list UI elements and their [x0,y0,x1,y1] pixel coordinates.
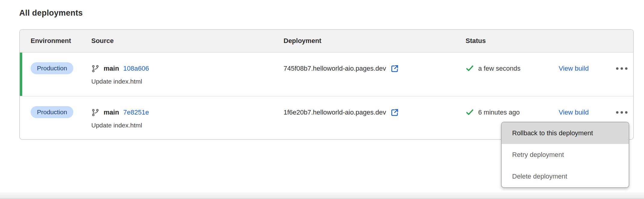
column-header-status: Status [466,37,633,45]
deployment-actions-menu: Rollback to this deployment Retry deploy… [501,122,629,188]
section-divider [0,192,644,199]
column-header-source: Source [91,37,284,45]
menu-item-delete[interactable]: Delete deployment [502,166,629,187]
source-cell: main 7e8251e Update index.html [91,106,284,139]
row-actions-button[interactable] [614,62,629,75]
deployment-row: Production main 108a606 Update index.htm… [20,53,633,96]
status-cell: 6 minutes ago [466,106,559,119]
view-build-link[interactable]: View build [559,109,589,116]
source-cell: main 108a606 Update index.html [91,62,284,96]
menu-item-rollback[interactable]: Rollback to this deployment [502,122,629,144]
external-link-icon[interactable] [390,108,399,117]
branch-name: main [104,109,119,116]
commit-message: Update index.html [91,122,284,129]
table-header-row: Environment Source Deployment Status [20,30,633,53]
git-branch-icon [91,65,99,73]
column-header-deployment: Deployment [284,37,466,45]
commit-link[interactable]: 7e8251e [123,109,149,116]
environment-badge: Production [31,106,73,118]
menu-item-retry[interactable]: Retry deployment [502,144,629,166]
deployment-cell: 1f6e20b7.helloworld-aio.pages.dev [284,106,466,119]
branch-name: main [104,65,119,72]
commit-message: Update index.html [91,78,284,85]
status-cell: a few seconds [466,62,559,75]
ellipsis-icon [616,111,618,114]
row-actions-button[interactable] [614,106,629,119]
deployment-url: 745f08b7.helloworld-aio.pages.dev [284,65,386,72]
external-link-icon[interactable] [390,64,399,73]
ellipsis-icon [616,67,618,70]
page-title: All deployments [19,8,83,18]
check-icon [466,108,474,117]
row-actions-cell [614,62,633,96]
deployment-cell: 745f08b7.helloworld-aio.pages.dev [284,62,466,75]
column-header-environment: Environment [31,37,91,45]
status-time: a few seconds [478,65,521,72]
view-build-cell: View build [559,62,614,75]
check-icon [466,64,474,73]
view-build-cell: View build [559,106,614,119]
git-branch-icon [91,109,99,117]
environment-cell: Production [31,62,91,96]
view-build-link[interactable]: View build [559,65,589,72]
environment-cell: Production [31,106,91,139]
status-time: 6 minutes ago [478,109,520,116]
deployment-url: 1f6e20b7.helloworld-aio.pages.dev [284,109,386,116]
environment-badge: Production [31,62,73,74]
commit-link[interactable]: 108a606 [123,65,149,72]
